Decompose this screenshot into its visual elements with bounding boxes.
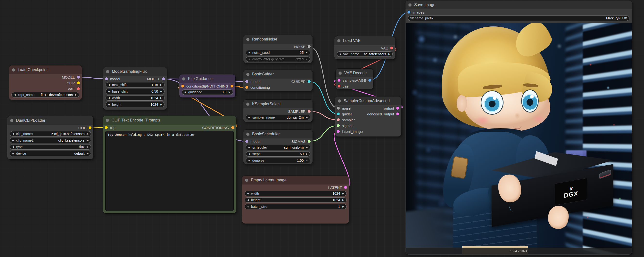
increment-arrow-icon[interactable]: ▶ xyxy=(306,153,308,155)
node-samplercustomadvanced[interactable]: SamplerCustomAdvancednoiseguidersamplers… xyxy=(335,96,401,137)
input-slot-dot-icon[interactable] xyxy=(245,140,248,143)
collapse-dot-icon[interactable] xyxy=(106,70,109,73)
increment-arrow-icon[interactable]: ▶ xyxy=(160,97,162,99)
output-slot-dot-icon[interactable] xyxy=(162,77,165,80)
input-slot-sampler[interactable]: sampler xyxy=(337,117,355,123)
increment-arrow-icon[interactable]: ▶ xyxy=(75,94,77,96)
input-slot-latent-image[interactable]: latent_image xyxy=(337,128,363,134)
output-slot-latent[interactable]: LATENT xyxy=(328,185,347,190)
output-slot-dot-icon[interactable] xyxy=(396,107,399,110)
decrement-arrow-icon[interactable]: ◀ xyxy=(248,51,250,54)
node-header[interactable]: RandomNoise xyxy=(244,35,312,44)
node-header[interactable]: ModelSamplingFlux xyxy=(103,67,167,76)
widget-filename-prefix[interactable]: filename_prefixMarkuryFLUX xyxy=(408,15,630,21)
node-header[interactable]: VAE Decode xyxy=(336,69,373,77)
output-slot-dot-icon[interactable] xyxy=(230,85,234,87)
increment-arrow-icon[interactable]: ▶ xyxy=(306,58,308,60)
decrement-arrow-icon[interactable]: ◀ xyxy=(14,94,16,96)
collapse-dot-icon[interactable] xyxy=(106,119,109,122)
increment-arrow-icon[interactable]: ▶ xyxy=(306,116,308,119)
node-load-vae[interactable]: Load VAEVAE◀vae_nameae.safetensors▶ xyxy=(334,36,395,59)
output-slot-model[interactable]: MODEL xyxy=(62,74,80,80)
output-slot-denoised-output[interactable]: denoised_output xyxy=(367,111,399,117)
node-header[interactable]: SamplerCustomAdvanced xyxy=(335,96,401,105)
widget-clip-name2[interactable]: ◀clip_name2clip_l.safetensors▶ xyxy=(10,138,91,143)
increment-arrow-icon[interactable]: ▶ xyxy=(306,159,308,162)
widget-vae-name[interactable]: ◀vae_nameae.safetensors▶ xyxy=(337,51,392,57)
output-slot-dot-icon[interactable] xyxy=(368,79,371,82)
output-slot-vae[interactable]: VAE xyxy=(381,45,393,51)
output-slot-guider[interactable]: GUIDER xyxy=(292,79,310,84)
increment-arrow-icon[interactable]: ▶ xyxy=(160,103,162,106)
collapse-dot-icon[interactable] xyxy=(246,133,250,136)
widget-width[interactable]: ◀width1024▶ xyxy=(244,191,346,196)
input-slot-clip[interactable]: clip xyxy=(105,125,116,130)
node-empty-latent-image[interactable]: Empty Latent ImageLATENT◀width1024▶◀heig… xyxy=(242,176,349,224)
input-slot-noise[interactable]: noise xyxy=(337,105,351,111)
node-load-checkpoint[interactable]: Load CheckpointMODELCLIPVAE◀ckpt_nameflu… xyxy=(9,65,82,100)
collapse-dot-icon[interactable] xyxy=(337,39,340,42)
increment-arrow-icon[interactable]: ▶ xyxy=(228,91,230,93)
output-slot-dot-icon[interactable] xyxy=(396,112,399,115)
output-slot-dot-icon[interactable] xyxy=(77,81,80,84)
output-slot-dot-icon[interactable] xyxy=(77,87,80,90)
input-slot-model[interactable]: model xyxy=(245,138,260,144)
node-header[interactable]: FluxGuidance xyxy=(179,74,235,83)
output-slot-sigmas[interactable]: SIGMAS xyxy=(292,138,310,144)
decrement-arrow-icon[interactable]: ◀ xyxy=(248,146,250,149)
increment-arrow-icon[interactable]: ▶ xyxy=(87,133,88,135)
output-slot-output[interactable]: output xyxy=(384,105,399,111)
collapse-dot-icon[interactable] xyxy=(246,38,250,41)
input-slot-dot-icon[interactable] xyxy=(105,126,108,129)
output-slot-dot-icon[interactable] xyxy=(88,126,92,129)
input-slot-dot-icon[interactable] xyxy=(337,107,340,110)
widget-max-shift[interactable]: ◀max_shift1.15▶ xyxy=(106,82,164,87)
output-slot-conditioning[interactable]: CONDITIONING xyxy=(202,125,234,130)
output-slot-clip[interactable]: CLIP xyxy=(67,80,80,86)
increment-arrow-icon[interactable]: ▶ xyxy=(342,192,344,195)
decrement-arrow-icon[interactable]: ◀ xyxy=(12,152,14,155)
decrement-arrow-icon[interactable]: ◀ xyxy=(247,199,249,201)
output-slot-conditioning[interactable]: CONDITIONING xyxy=(202,83,234,89)
collapse-dot-icon[interactable] xyxy=(338,71,342,75)
input-slot-vae[interactable]: vae xyxy=(338,83,348,89)
output-slot-model[interactable]: MODEL xyxy=(147,76,165,82)
widget-clip-name1[interactable]: ◀clip_name1t5xxl_fp16.safetensors▶ xyxy=(10,131,91,137)
node-basicguider[interactable]: BasicGuidermodelconditioningGUIDER xyxy=(244,70,312,91)
decrement-arrow-icon[interactable]: ◀ xyxy=(248,153,250,155)
widget-height[interactable]: ◀height1024▶ xyxy=(106,102,164,107)
input-slot-dot-icon[interactable] xyxy=(245,80,248,83)
input-slot-conditioning[interactable]: conditioning xyxy=(245,84,270,90)
increment-arrow-icon[interactable]: ▶ xyxy=(306,51,308,54)
node-header[interactable]: BasicScheduler xyxy=(244,130,312,138)
input-slot-dot-icon[interactable] xyxy=(181,85,184,87)
output-slot-dot-icon[interactable] xyxy=(77,76,80,79)
widget-width[interactable]: ◀width1024▶ xyxy=(106,95,164,101)
collapse-dot-icon[interactable] xyxy=(12,68,15,71)
increment-arrow-icon[interactable]: ▶ xyxy=(342,199,344,201)
decrement-arrow-icon[interactable]: ◀ xyxy=(12,146,14,148)
decrement-arrow-icon[interactable]: ◀ xyxy=(247,205,249,208)
increment-arrow-icon[interactable]: ▶ xyxy=(87,139,88,142)
decrement-arrow-icon[interactable]: ◀ xyxy=(248,58,250,60)
decrement-arrow-icon[interactable]: ◀ xyxy=(108,103,110,106)
node-header[interactable]: CLIP Text Encode (Prompt) xyxy=(103,116,236,125)
increment-arrow-icon[interactable]: ▶ xyxy=(87,146,88,148)
collapse-dot-icon[interactable] xyxy=(245,179,248,182)
prompt-textarea[interactable]: Toy Jensen holding a DGX Spark in a data… xyxy=(105,131,234,211)
input-slot-dot-icon[interactable] xyxy=(245,86,248,89)
input-slot-model[interactable]: model xyxy=(245,79,260,84)
node-header[interactable]: Load VAE xyxy=(334,36,395,45)
decrement-arrow-icon[interactable]: ◀ xyxy=(339,53,341,55)
input-slot-dot-icon[interactable] xyxy=(105,77,108,80)
decrement-arrow-icon[interactable]: ◀ xyxy=(247,192,249,195)
decrement-arrow-icon[interactable]: ◀ xyxy=(184,91,186,93)
widget-batch-size[interactable]: ◀batch_size1▶ xyxy=(244,204,346,209)
node-modelsamplingflux[interactable]: ModelSamplingFluxmodelMODEL◀max_shift1.1… xyxy=(103,67,167,110)
input-slot-sigmas[interactable]: sigmas xyxy=(337,123,354,128)
graph-canvas[interactable]: Load CheckpointMODELCLIPVAE◀ckpt_nameflu… xyxy=(0,0,644,257)
widget-device[interactable]: ◀devicedefault▶ xyxy=(10,151,91,156)
increment-arrow-icon[interactable]: ▶ xyxy=(342,205,344,208)
decrement-arrow-icon[interactable]: ◀ xyxy=(108,97,110,99)
increment-arrow-icon[interactable]: ▶ xyxy=(306,146,308,149)
